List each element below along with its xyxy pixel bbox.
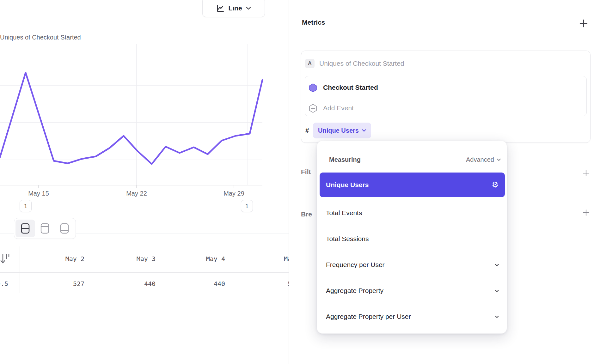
line-chart-icon — [216, 4, 224, 12]
layout-table-only-button[interactable] — [55, 220, 74, 237]
svg-text:May 15: May 15 — [28, 190, 49, 197]
hexagon-icon — [309, 83, 317, 93]
dropdown-option-label: Total Events — [326, 209, 362, 217]
layout-split-view-button[interactable] — [15, 220, 35, 237]
add-filter-button[interactable] — [582, 169, 590, 177]
insights-report: May 15May 22May 29 Line Uniques of Check… — [0, 0, 600, 364]
dropdown-option-label: Frequency per User — [326, 261, 385, 269]
dropdown-option-label: Aggregate Property — [326, 287, 383, 294]
chevron-down-icon — [362, 129, 366, 132]
metric-badge: A — [305, 59, 315, 68]
aggregation-chip-label: Unique Users — [318, 127, 359, 134]
event-name[interactable]: Checkout Started — [323, 84, 378, 91]
dropdown-option-frequency-per-user[interactable]: Frequency per User — [320, 256, 505, 274]
plus-icon — [579, 19, 588, 27]
advanced-mode-toggle[interactable]: Advanced — [466, 156, 501, 163]
advanced-mode-label: Advanced — [466, 156, 494, 163]
dropdown-option-label: Aggregate Property per User — [326, 313, 411, 320]
panel-divider — [289, 0, 289, 364]
chevron-down-icon — [495, 315, 499, 318]
measuring-dropdown: Measuring Advanced Unique Users ⚙ Total … — [317, 141, 507, 334]
chart-type-label: Line — [228, 4, 242, 12]
chart-panel: May 15May 22May 29 Line Uniques of Check… — [0, 0, 289, 364]
add-event-icon — [309, 104, 317, 113]
add-metric-button[interactable] — [579, 19, 588, 28]
table-cell: 440 — [91, 280, 156, 288]
dropdown-option-label: Total Sessions — [326, 235, 369, 243]
metrics-section-title: Metrics — [302, 19, 325, 26]
table-cell: 440 — [160, 280, 225, 288]
table-cell: 51 — [230, 280, 289, 288]
annotation-badge[interactable]: 1 — [20, 200, 32, 212]
line-chart[interactable]: May 15May 22May 29 — [0, 0, 272, 202]
table-cell: 527 — [20, 280, 84, 288]
table-row-label-value: 0.5 — [0, 280, 11, 288]
chevron-down-icon — [497, 158, 501, 161]
table-header-cell[interactable]: May 2 — [20, 255, 84, 263]
metric-card-title: Uniques of Checkout Started — [319, 60, 404, 67]
dropdown-option-unique-users[interactable]: Unique Users ⚙ — [320, 173, 505, 197]
measuring-label: Measuring — [329, 156, 361, 163]
filters-section-label: Filt — [301, 168, 311, 176]
chart-type-button[interactable]: Line — [202, 0, 265, 17]
annotation-badge[interactable]: 1 — [241, 200, 253, 212]
svg-text:May 29: May 29 — [223, 190, 244, 197]
layout-toggle-group — [14, 218, 76, 239]
sort-descending-icon[interactable] — [0, 252, 11, 265]
table-header-cell[interactable]: May — [230, 255, 289, 263]
dropdown-option-aggregate-property[interactable]: Aggregate Property — [320, 282, 505, 300]
chevron-down-icon — [246, 7, 251, 10]
plus-icon — [583, 209, 590, 216]
dropdown-option-aggregate-property-per-user[interactable]: Aggregate Property per User — [320, 308, 505, 325]
table-header-border — [0, 272, 289, 273]
plus-icon — [583, 170, 590, 177]
chevron-down-icon — [495, 264, 499, 266]
chevron-down-icon — [495, 289, 499, 292]
table-header-cell[interactable]: May 3 — [91, 255, 156, 263]
svg-text:May 22: May 22 — [126, 190, 147, 197]
gear-icon[interactable]: ⚙ — [492, 181, 499, 189]
table-only-icon — [60, 223, 69, 234]
layout-chart-only-button[interactable] — [35, 220, 55, 237]
dropdown-option-total-events[interactable]: Total Events — [320, 204, 505, 222]
aggregation-prefix: # — [305, 127, 309, 134]
add-breakdown-button[interactable] — [582, 209, 590, 216]
chart-only-icon — [40, 223, 49, 234]
add-event-button[interactable]: Add Event — [323, 104, 354, 112]
table-header-cell[interactable]: May 4 — [160, 255, 225, 263]
table-row-border — [0, 293, 289, 293]
dropdown-option-label: Unique Users — [326, 181, 369, 189]
split-view-icon — [21, 223, 30, 234]
dropdown-option-total-sessions[interactable]: Total Sessions — [320, 230, 505, 248]
breakdowns-section-label: Bre — [301, 210, 312, 218]
aggregation-chip[interactable]: Unique Users — [313, 123, 371, 138]
chart-title: Uniques of Checkout Started — [0, 34, 81, 41]
